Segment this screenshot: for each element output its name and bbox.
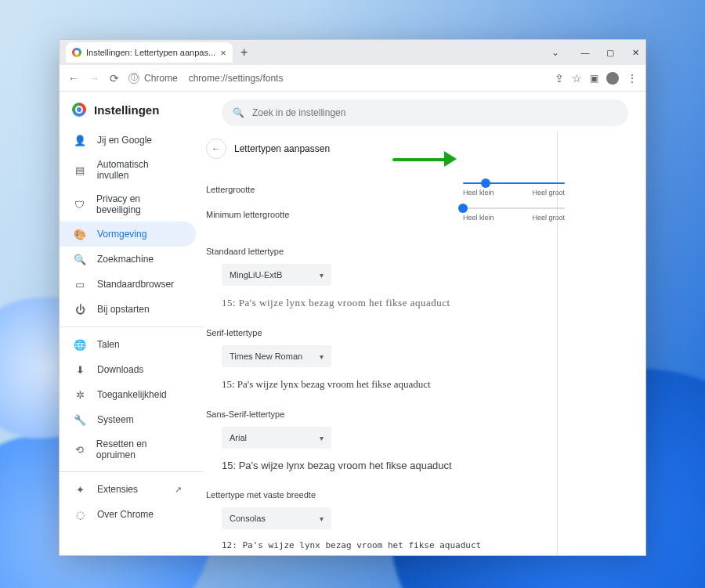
sidebar-item-reset[interactable]: ⟲Resetten en opruimen [60, 432, 196, 467]
page-back-button[interactable]: ← [206, 139, 226, 159]
shield-icon: 🛡 [74, 198, 85, 211]
settings-favicon-icon [72, 48, 81, 57]
sidebar-item-autofill[interactable]: ▤Automatisch invullen [60, 153, 196, 187]
chevron-down-icon: ▾ [320, 352, 324, 361]
sidebar-item-on-startup[interactable]: ⏻Bij opstarten [60, 297, 196, 322]
profile-avatar[interactable] [606, 72, 619, 85]
bookmark-icon[interactable]: ☆ [572, 72, 582, 85]
settings-search-input[interactable] [252, 107, 617, 118]
sans-font-dropdown[interactable]: Arial ▾ [222, 427, 331, 449]
share-icon[interactable]: ⇪ [555, 72, 564, 85]
chevron-down-icon: ▾ [320, 514, 324, 523]
browser-tab[interactable]: Instellingen: Lettertypen aanpas... × [66, 42, 233, 63]
window-close-button[interactable]: ✕ [630, 48, 641, 58]
sidebar-item-accessibility[interactable]: ✲Toegankelijkheid [60, 382, 196, 407]
standard-font-label: Standaard lettertype [206, 247, 565, 256]
settings-search[interactable]: 🔍 [222, 99, 628, 126]
mono-font-sample: 12: Pa's wijze lynx bezag vroom het fiks… [222, 540, 565, 550]
serif-font-dropdown[interactable]: Times New Roman ▾ [222, 345, 331, 367]
standard-font-sample: 15: Pa's wijze lynx bezag vroom het fiks… [222, 297, 565, 309]
sidebar-item-downloads[interactable]: ⬇Downloads [60, 357, 196, 382]
sidebar-item-search-engine[interactable]: 🔍Zoekmachine [60, 247, 196, 272]
app-title: Instellingen [94, 103, 159, 117]
close-tab-icon[interactable]: × [220, 47, 226, 59]
sidebar-item-languages[interactable]: 🌐Talen [60, 332, 196, 357]
chevron-down-icon: ▾ [320, 434, 324, 442]
mono-font-label: Lettertype met vaste breedte [206, 490, 565, 500]
url-display[interactable]: chrome://settings/fonts [189, 73, 284, 84]
min-font-size-label: Minimum lettergrootte [206, 210, 289, 219]
sidebar-item-default-browser[interactable]: ▭Standaardbrowser [60, 272, 196, 297]
slider-max-label: Heel groot [532, 189, 565, 197]
slider-min-label-2: Heel klein [463, 214, 494, 222]
chevron-down-icon: ▾ [320, 271, 324, 280]
browser-icon: ▭ [74, 278, 86, 290]
search-icon: 🔍 [74, 253, 86, 265]
globe-icon: 🌐 [74, 338, 86, 351]
accessibility-icon: ✲ [74, 388, 86, 401]
standard-font-dropdown[interactable]: MingLiU-ExtB ▾ [222, 264, 331, 286]
tab-title: Instellingen: Lettertypen aanpas... [86, 48, 215, 57]
page-title: Lettertypen aanpassen [234, 143, 330, 154]
sidebar-item-about[interactable]: ◌Over Chrome [60, 502, 196, 527]
new-tab-button[interactable]: + [236, 45, 253, 60]
autofill-icon: ▤ [74, 164, 86, 176]
slider-min-label: Heel klein [463, 189, 494, 197]
serif-font-label: Serif-lettertype [206, 328, 565, 337]
sidebar-item-privacy[interactable]: 🛡Privacy en beveiliging [60, 187, 196, 222]
slider-max-label-2: Heel groot [532, 214, 565, 222]
font-size-label: Lettergrootte [206, 185, 255, 194]
palette-icon: 🎨 [74, 228, 86, 240]
min-font-size-slider[interactable] [458, 204, 468, 213]
sans-font-sample: 15: Pa's wijze lynx bezag vroom het fiks… [222, 460, 565, 471]
sidebar-item-extensions[interactable]: ✦Extensies↗ [60, 477, 196, 502]
addressbar: ← → ⟳ ⓘ Chrome chrome://settings/fonts ⇪… [60, 65, 645, 92]
mono-font-dropdown[interactable]: Consolas ▾ [222, 507, 331, 529]
chrome-logo-icon [72, 103, 86, 117]
font-size-slider[interactable] [481, 179, 490, 188]
tab-overflow-icon[interactable]: ⌄ [551, 47, 559, 58]
kebab-menu-icon[interactable]: ⋮ [627, 72, 638, 85]
sidebar-item-you-and-google[interactable]: 👤Jij en Google [60, 128, 196, 153]
external-link-icon: ↗ [175, 485, 182, 495]
extension-icon: ✦ [74, 483, 86, 496]
window-minimize-button[interactable]: ― [580, 48, 591, 58]
annotation-arrow [392, 151, 463, 167]
power-icon: ⏻ [74, 303, 86, 316]
sidebar: Instellingen 👤Jij en Google ▤Automatisch… [60, 92, 204, 555]
search-icon: 🔍 [233, 107, 244, 118]
forward-button[interactable]: → [88, 72, 100, 85]
wrench-icon: 🔧 [74, 413, 86, 426]
download-icon: ⬇ [74, 363, 86, 376]
back-button[interactable]: ← [67, 72, 80, 85]
serif-font-sample: 15: Pa's wijze lynx bezag vroom het fiks… [222, 378, 565, 391]
url-chip[interactable]: ⓘ Chrome [128, 73, 178, 84]
reading-list-icon[interactable]: ▣ [590, 73, 598, 84]
window-maximize-button[interactable]: ▢ [605, 48, 616, 58]
sidebar-item-appearance[interactable]: 🎨Vormgeving [60, 222, 196, 247]
sidebar-item-system[interactable]: 🔧Systeem [60, 407, 196, 432]
info-icon: ◌ [74, 508, 86, 521]
titlebar: Instellingen: Lettertypen aanpas... × + … [60, 40, 645, 65]
reset-icon: ⟲ [74, 443, 85, 456]
chrome-window: Instellingen: Lettertypen aanpas... × + … [59, 39, 646, 556]
site-info-icon: ⓘ [128, 73, 139, 84]
reload-button[interactable]: ⟳ [108, 72, 121, 85]
person-icon: 👤 [74, 134, 86, 146]
sans-font-label: Sans-Serif-lettertype [206, 409, 565, 419]
url-chip-label: Chrome [144, 73, 178, 84]
